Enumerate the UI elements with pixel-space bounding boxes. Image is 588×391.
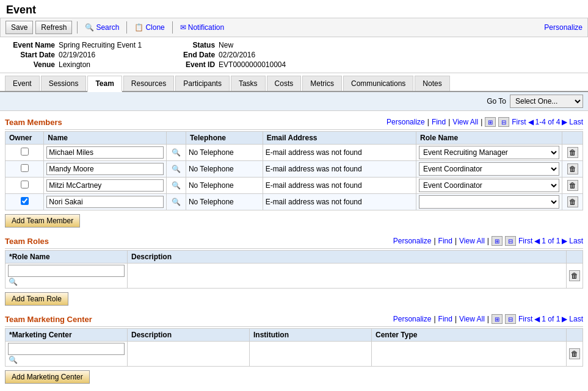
notification-link[interactable]: ✉ Notification — [178, 21, 227, 34]
team-marketing-grid-icon[interactable]: ⊞ — [492, 314, 503, 324]
team-marketing-personalize[interactable]: Personalize — [393, 315, 432, 323]
team-marketing-title: Team Marketing Center — [5, 315, 393, 324]
end-date-label: End Date — [166, 51, 215, 59]
delete-button[interactable]: 🗑 — [567, 163, 578, 174]
tab-sessions[interactable]: Sessions — [41, 76, 87, 91]
team-roles-chart-icon[interactable]: ⊟ — [505, 236, 516, 246]
role-select[interactable]: Event Recruiting ManagerEvent Coordinato… — [419, 162, 559, 176]
tab-communications[interactable]: Communications — [343, 76, 413, 91]
tab-resources[interactable]: Resources — [123, 76, 174, 91]
team-members-grid-icon[interactable]: ⊞ — [485, 117, 496, 127]
personalize-link[interactable]: Personalize — [544, 23, 583, 32]
role-select[interactable]: Event Recruiting ManagerEvent Coordinato… — [419, 146, 559, 159]
owner-checkbox[interactable] — [21, 197, 29, 205]
role-cell: Event Recruiting ManagerEvent Coordinato… — [416, 178, 562, 194]
name-input[interactable] — [46, 146, 164, 159]
roles-del-cell: 🗑 — [567, 264, 583, 289]
team-roles-section: Team Roles Personalize | Find | View All… — [5, 235, 583, 308]
tab-participants[interactable]: Participants — [175, 76, 230, 91]
name-input[interactable] — [46, 163, 164, 175]
mktg-name-input[interactable] — [8, 343, 125, 355]
team-members-last[interactable]: Last — [569, 118, 583, 126]
team-marketing-chart-icon[interactable]: ⊟ — [505, 314, 516, 324]
phone-search-icon[interactable]: 🔍 — [172, 181, 181, 190]
goto-select[interactable]: Select One... — [510, 95, 583, 108]
team-roles-grid-icon[interactable]: ⊞ — [492, 236, 503, 246]
team-members-chart-icon[interactable]: ⊟ — [498, 117, 509, 127]
save-button[interactable]: Save — [5, 21, 33, 34]
refresh-button[interactable]: Refresh — [35, 21, 72, 34]
team-members-find[interactable]: Find — [432, 118, 446, 126]
owner-checkbox[interactable] — [21, 164, 29, 172]
team-marketing-last[interactable]: Last — [569, 315, 583, 323]
owner-cell — [5, 161, 44, 178]
phone-search-icon[interactable]: 🔍 — [172, 197, 181, 207]
tab-tasks[interactable]: Tasks — [231, 76, 266, 91]
add-team-member-button[interactable]: Add Team Member — [5, 214, 80, 228]
roles-search-icon[interactable]: 🔍 — [8, 277, 18, 287]
role-cell: Event Recruiting ManagerEvent Coordinato… — [416, 161, 562, 178]
start-date-label: Start Date — [6, 51, 55, 59]
name-input[interactable] — [46, 179, 164, 192]
search-label: Search — [96, 23, 119, 32]
event-name-label: Event Name — [6, 41, 55, 49]
team-members-first[interactable]: First — [512, 118, 526, 126]
name-cell — [44, 194, 167, 210]
team-roles-next-icon[interactable]: ▶ — [562, 237, 567, 245]
team-members-view-all[interactable]: View All — [452, 118, 478, 126]
prev-icon[interactable]: ◀ — [528, 118, 534, 126]
col-role-name: Role Name — [416, 132, 562, 145]
phone-search-icon[interactable]: 🔍 — [172, 164, 181, 174]
delete-button[interactable]: 🗑 — [567, 180, 578, 191]
email-cell: E-mail address was not found — [263, 161, 416, 178]
team-marketing-first[interactable]: First — [518, 315, 532, 323]
team-marketing-view-all[interactable]: View All — [459, 315, 485, 323]
team-roles-first[interactable]: First — [518, 237, 532, 245]
mktg-search-icon[interactable]: 🔍 — [8, 355, 18, 365]
col-telephone: Telephone — [186, 132, 263, 145]
roles-name-input[interactable] — [8, 265, 125, 277]
phone-search-icon[interactable]: 🔍 — [172, 148, 181, 157]
team-marketing-next-icon[interactable]: ▶ — [562, 315, 567, 323]
mktg-col-inst: Institution — [250, 329, 372, 342]
team-roles-view-all[interactable]: View All — [459, 237, 485, 245]
next-icon[interactable]: ▶ — [562, 118, 567, 126]
add-marketing-center-button[interactable]: Add Marketing Center — [5, 370, 90, 384]
team-roles-last[interactable]: Last — [569, 237, 583, 245]
tab-costs[interactable]: Costs — [267, 76, 302, 91]
tab-notes[interactable]: Notes — [415, 76, 449, 91]
team-roles-prev-icon[interactable]: ◀ — [534, 237, 540, 245]
clone-link[interactable]: 📋 Clone — [132, 21, 167, 34]
tab-team[interactable]: Team — [87, 76, 122, 92]
owner-checkbox[interactable] — [21, 148, 29, 156]
team-marketing-pagination: First ◀ 1 of 1 ▶ Last — [518, 315, 583, 323]
tab-event[interactable]: Event — [5, 76, 40, 91]
roles-delete-button[interactable]: 🗑 — [569, 270, 580, 281]
team-member-row: 🔍No TelephoneE-mail address was not foun… — [5, 178, 583, 194]
end-date-row: End Date 02/20/2016 — [166, 51, 286, 59]
owner-checkbox[interactable] — [21, 181, 29, 188]
team-roles-personalize[interactable]: Personalize — [393, 237, 432, 245]
mktg-delete-button[interactable]: 🗑 — [569, 348, 580, 359]
team-marketing-find[interactable]: Find — [438, 315, 452, 323]
team-members-pagination: First ◀ 1-4 of 4 ▶ Last — [512, 118, 583, 126]
delete-button[interactable]: 🗑 — [567, 196, 578, 207]
team-marketing-page-info: 1 of 1 — [542, 315, 560, 323]
tab-metrics[interactable]: Metrics — [302, 76, 342, 91]
team-roles-title: Team Roles — [5, 237, 393, 246]
search-link[interactable]: 🔍 Search — [82, 21, 122, 34]
add-team-role-button[interactable]: Add Team Role — [5, 292, 68, 306]
toolbar-separator — [77, 21, 78, 34]
name-input[interactable] — [46, 196, 164, 208]
start-date-row: Start Date 02/19/2016 — [6, 51, 142, 59]
role-select[interactable]: Event Recruiting ManagerEvent Coordinato… — [419, 179, 559, 192]
team-members-personalize[interactable]: Personalize — [387, 118, 425, 126]
team-roles-page-info: 1 of 1 — [542, 237, 560, 245]
team-roles-find[interactable]: Find — [438, 237, 452, 245]
delete-cell: 🗑 — [562, 161, 583, 178]
role-select[interactable]: Event Recruiting ManagerEvent Coordinato… — [419, 195, 559, 209]
delete-button[interactable]: 🗑 — [567, 147, 578, 158]
status-value: New — [219, 41, 233, 49]
team-marketing-prev-icon[interactable]: ◀ — [534, 315, 540, 323]
venue-label: Venue — [6, 60, 55, 69]
